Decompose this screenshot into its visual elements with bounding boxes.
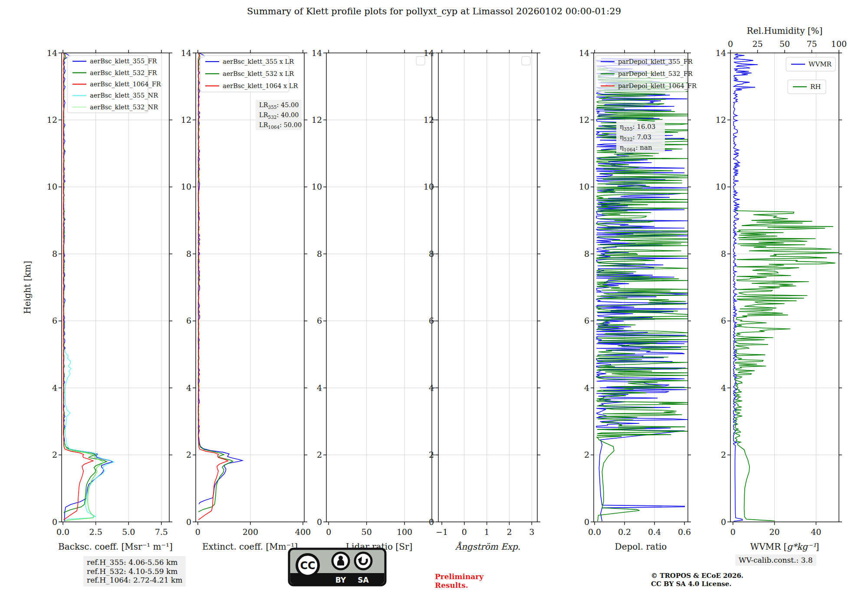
y-tick-label: 12	[181, 115, 191, 125]
legend-label: WVMR	[809, 60, 832, 68]
series-aerBsc_klett_355_x_LR	[198, 53, 242, 504]
y-tick-label: 14	[579, 48, 589, 58]
y-tick-label: 6	[52, 316, 57, 325]
x-tick-label: 7.5	[155, 527, 168, 537]
y-tick-label: 4	[584, 383, 589, 393]
x-tick-label: 2	[506, 527, 512, 537]
badge-sa-label: SA	[358, 576, 369, 584]
plot-frame-angstrom	[438, 53, 537, 522]
y-tick-label: 8	[317, 249, 322, 259]
legend-label: parDepol_klett_355_FR	[618, 58, 693, 66]
y-tick-label: 4	[186, 383, 191, 393]
x-tick-label: 0	[730, 527, 736, 537]
y-tick-label: 4	[721, 383, 726, 393]
y-tick-label: 8	[429, 249, 434, 259]
x-tick-label: 0.6	[678, 527, 691, 537]
x-tick-label: 0	[462, 527, 467, 537]
legend-wvmr-0: WVMR	[786, 57, 835, 71]
rh-tick-label: 50	[779, 39, 790, 49]
series-aerBsc_klett_532_x_LR	[198, 53, 233, 512]
x-axis-label-depol-ratio: Depol. ratio	[615, 541, 667, 552]
legend-label: aerBsc_klett_355_FR	[90, 58, 158, 65]
y-tick-label: 12	[579, 115, 589, 125]
ref-h-1064: ref.H_1064: 2.72-4.21 km	[87, 576, 182, 585]
y-tick-label: 10	[716, 182, 726, 191]
legend-lidar-ratio-0	[416, 56, 425, 65]
legend-label: aerBsc_klett_1064 x LR	[223, 82, 298, 90]
rh-tick-label: 100	[831, 39, 847, 49]
legend-label: aerBsc_klett_532_NR	[90, 104, 158, 111]
y-tick-label: 6	[317, 316, 322, 325]
legend-box	[522, 56, 530, 65]
rh-tick-label: 75	[806, 39, 817, 49]
profile-plots-figure: Height [km]0.02.55.07.502468101214Backsc…	[0, 0, 868, 590]
y-tick-label: 2	[317, 450, 322, 459]
preliminary-results-note: Preliminary Results.	[435, 573, 483, 590]
y-tick-label: 8	[186, 249, 191, 259]
x-tick-label: 400	[295, 527, 311, 537]
plot-frame-lidar-ratio	[326, 53, 432, 522]
y-tick-label: 10	[181, 182, 191, 191]
x-tick-label: 0	[195, 527, 201, 537]
panel-backscatter: 0.02.55.07.502468101214Backsc. coeff. [M…	[47, 48, 173, 552]
y-tick-label: 6	[721, 316, 726, 325]
y-tick-label: 0	[584, 517, 589, 527]
y-tick-label: 0	[186, 517, 191, 527]
y-tick-label: 10	[424, 182, 434, 191]
y-tick-label: 14	[47, 48, 57, 58]
y-tick-label: 12	[424, 115, 434, 125]
gridlines-angstrom	[438, 53, 537, 522]
y-tick-label: 14	[312, 48, 322, 58]
x-tick-label: 0.0	[56, 527, 69, 537]
y-tick-label: 4	[317, 383, 322, 393]
x-tick-label: 0.0	[588, 527, 601, 537]
panel-angstrom: −1012302468101214Ångström Exp.	[424, 48, 540, 552]
x-tick-label: 1	[484, 527, 490, 537]
plot-frame-wvmr	[730, 53, 839, 522]
y-tick-label: 6	[429, 316, 434, 325]
panel-depol-ratio: 0.00.20.40.602468101214Depol. ratioparDe…	[579, 48, 697, 552]
y-tick-label: 14	[424, 48, 434, 58]
legend-depol-ratio-0: parDepol_klett_355_FRparDepol_klett_532_…	[595, 56, 697, 92]
x-axis-label-angstrom: Ångström Exp.	[455, 541, 520, 552]
annotation-extinction-0: LR355: 45.00LR532: 40.00LR1064: 50.00	[256, 100, 302, 130]
y-tick-label: 2	[429, 450, 434, 459]
y-tick-label: 6	[584, 316, 589, 325]
legend-extinction-0: aerBsc_klett_355 x LRaerBsc_klett_532 x …	[200, 56, 298, 92]
y-tick-label: 0	[52, 517, 57, 527]
x-tick-label: −1	[436, 527, 448, 537]
panel-lidar-ratio: 05010002468101214Lidar ratio [Sr]	[312, 48, 435, 552]
rh-tick-label: 25	[752, 39, 763, 49]
x-tick-label: 0	[326, 527, 331, 537]
x-tick-label: 200	[243, 527, 258, 537]
legend-angstrom-0	[522, 56, 530, 65]
legend-label: parDepol_klett_532_FR	[618, 70, 693, 78]
y-tick-label: 6	[186, 316, 191, 325]
badge-by-label: BY	[335, 576, 346, 584]
cc-by-sa-badge: CC BY SA	[288, 547, 387, 587]
y-tick-label: 0	[317, 517, 322, 527]
rh-tick-label: 0	[728, 39, 733, 49]
y-tick-label: 8	[52, 249, 57, 259]
y-tick-label: 2	[52, 450, 57, 459]
y-tick-label: 14	[716, 48, 726, 58]
legend-label: aerBsc_klett_355_NR	[90, 92, 158, 99]
legend-label: aerBsc_klett_1064_FR	[90, 81, 161, 88]
y-tick-label: 2	[721, 450, 726, 459]
y-tick-label: 8	[584, 249, 589, 259]
legend-label: RH	[810, 83, 821, 91]
series-aerBsc_klett_355_NR	[65, 349, 114, 519]
legend-label: aerBsc_klett_355 x LR	[223, 58, 294, 66]
ref-h-532: ref.H_532: 4.10-5.59 km	[87, 567, 182, 576]
y-tick-label: 10	[47, 182, 57, 191]
cc-icon-label: CC	[300, 560, 315, 572]
gridlines-lidar-ratio	[326, 53, 432, 522]
series-WVMR	[733, 54, 758, 521]
x-tick-label: 0.4	[648, 527, 661, 537]
copyright-line2: CC BY SA 4.0 License.	[651, 580, 743, 588]
x-tick-label: 0.2	[618, 527, 631, 537]
gridlines-wvmr	[730, 53, 839, 522]
x-tick-label: 5.0	[122, 527, 135, 537]
y-tick-label: 10	[579, 182, 589, 191]
x-tick-label: 3	[529, 527, 534, 537]
